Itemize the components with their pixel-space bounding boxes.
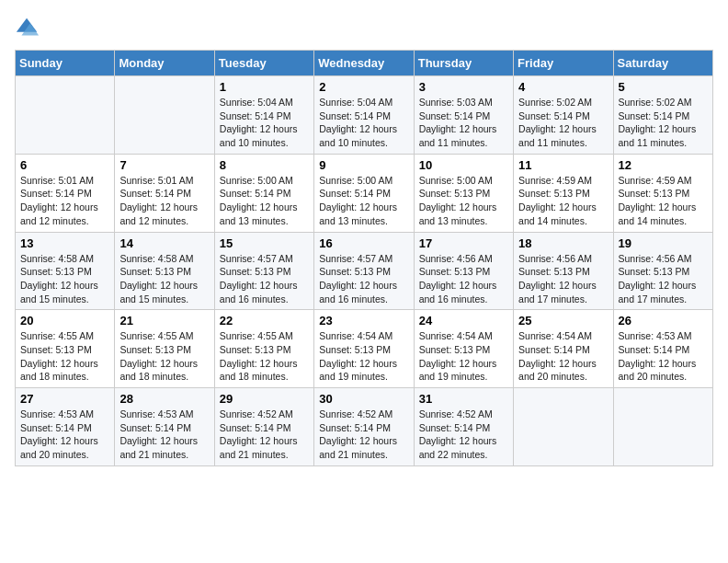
day-number: 1 — [220, 80, 309, 94]
day-info: Sunrise: 5:00 AMSunset: 5:13 PMDaylight:… — [419, 174, 508, 228]
day-number: 26 — [619, 314, 708, 327]
calendar-week-row: 20Sunrise: 4:55 AMSunset: 5:13 PMDayligh… — [16, 310, 713, 388]
day-info: Sunrise: 4:56 AMSunset: 5:13 PMDaylight:… — [419, 252, 508, 306]
day-number: 5 — [619, 80, 708, 94]
calendar-table: SundayMondayTuesdayWednesdayThursdayFrid… — [15, 50, 713, 466]
calendar-cell: 24Sunrise: 4:54 AMSunset: 5:13 PMDayligh… — [414, 310, 513, 388]
header-friday: Friday — [514, 51, 613, 76]
day-info: Sunrise: 4:53 AMSunset: 5:14 PMDaylight:… — [119, 408, 209, 462]
day-number: 25 — [518, 314, 608, 327]
calendar-cell: 30Sunrise: 4:52 AMSunset: 5:14 PMDayligh… — [314, 388, 414, 466]
calendar-header-row: SundayMondayTuesdayWednesdayThursdayFrid… — [16, 51, 713, 76]
calendar-cell: 2Sunrise: 5:04 AMSunset: 5:14 PMDaylight… — [314, 76, 414, 155]
calendar-cell: 5Sunrise: 5:02 AMSunset: 5:14 PMDaylight… — [613, 76, 712, 155]
day-number: 17 — [419, 236, 508, 250]
calendar-cell: 12Sunrise: 4:59 AMSunset: 5:13 PMDayligh… — [613, 154, 712, 232]
day-number: 30 — [319, 392, 408, 406]
calendar-cell: 13Sunrise: 4:58 AMSunset: 5:13 PMDayligh… — [16, 232, 115, 310]
calendar-cell: 14Sunrise: 4:58 AMSunset: 5:13 PMDayligh… — [115, 232, 214, 310]
calendar-cell: 21Sunrise: 4:55 AMSunset: 5:13 PMDayligh… — [115, 310, 214, 388]
calendar-cell — [613, 388, 712, 466]
calendar-cell: 16Sunrise: 4:57 AMSunset: 5:13 PMDayligh… — [314, 232, 414, 310]
day-number: 12 — [619, 158, 708, 172]
day-info: Sunrise: 4:59 AMSunset: 5:13 PMDaylight:… — [619, 174, 708, 228]
day-number: 28 — [119, 392, 209, 406]
calendar-cell: 15Sunrise: 4:57 AMSunset: 5:13 PMDayligh… — [214, 232, 313, 310]
calendar-cell: 26Sunrise: 4:53 AMSunset: 5:14 PMDayligh… — [613, 310, 712, 388]
day-info: Sunrise: 4:56 AMSunset: 5:13 PMDaylight:… — [619, 252, 708, 306]
day-number: 22 — [220, 314, 309, 327]
calendar-cell: 3Sunrise: 5:03 AMSunset: 5:14 PMDaylight… — [414, 76, 513, 155]
day-number: 24 — [419, 314, 508, 327]
day-number: 15 — [220, 236, 309, 250]
day-number: 9 — [319, 158, 408, 172]
calendar-cell — [115, 76, 214, 155]
day-number: 4 — [518, 80, 608, 94]
calendar-cell: 11Sunrise: 4:59 AMSunset: 5:13 PMDayligh… — [514, 154, 613, 232]
day-info: Sunrise: 4:57 AMSunset: 5:13 PMDaylight:… — [319, 252, 408, 306]
calendar-week-row: 27Sunrise: 4:53 AMSunset: 5:14 PMDayligh… — [16, 388, 713, 466]
day-number: 7 — [119, 158, 209, 172]
day-info: Sunrise: 5:02 AMSunset: 5:14 PMDaylight:… — [619, 96, 708, 150]
day-info: Sunrise: 4:54 AMSunset: 5:14 PMDaylight:… — [518, 329, 608, 384]
day-number: 10 — [419, 158, 508, 172]
day-info: Sunrise: 4:55 AMSunset: 5:13 PMDaylight:… — [20, 329, 109, 384]
day-number: 27 — [20, 392, 109, 406]
day-info: Sunrise: 4:52 AMSunset: 5:14 PMDaylight:… — [220, 408, 309, 462]
day-number: 21 — [119, 314, 209, 327]
header-saturday: Saturday — [613, 51, 712, 76]
day-number: 29 — [220, 392, 309, 406]
day-info: Sunrise: 5:04 AMSunset: 5:14 PMDaylight:… — [220, 96, 309, 150]
calendar-cell: 20Sunrise: 4:55 AMSunset: 5:13 PMDayligh… — [16, 310, 115, 388]
day-info: Sunrise: 4:54 AMSunset: 5:13 PMDaylight:… — [419, 329, 508, 384]
day-number: 20 — [20, 314, 109, 327]
header-tuesday: Tuesday — [214, 51, 313, 76]
day-number: 6 — [20, 158, 109, 172]
day-number: 13 — [20, 236, 109, 250]
day-number: 14 — [119, 236, 209, 250]
day-number: 19 — [619, 236, 708, 250]
calendar-cell: 18Sunrise: 4:56 AMSunset: 5:13 PMDayligh… — [514, 232, 613, 310]
day-info: Sunrise: 4:54 AMSunset: 5:13 PMDaylight:… — [319, 329, 408, 384]
page-header — [15, 15, 713, 40]
day-info: Sunrise: 4:56 AMSunset: 5:13 PMDaylight:… — [518, 252, 608, 306]
calendar-cell: 29Sunrise: 4:52 AMSunset: 5:14 PMDayligh… — [214, 388, 313, 466]
day-info: Sunrise: 4:52 AMSunset: 5:14 PMDaylight:… — [419, 408, 508, 462]
calendar-week-row: 13Sunrise: 4:58 AMSunset: 5:13 PMDayligh… — [16, 232, 713, 310]
calendar-cell: 10Sunrise: 5:00 AMSunset: 5:13 PMDayligh… — [414, 154, 513, 232]
calendar-cell: 19Sunrise: 4:56 AMSunset: 5:13 PMDayligh… — [613, 232, 712, 310]
calendar-week-row: 6Sunrise: 5:01 AMSunset: 5:14 PMDaylight… — [16, 154, 713, 232]
day-info: Sunrise: 4:57 AMSunset: 5:13 PMDaylight:… — [220, 252, 309, 306]
day-info: Sunrise: 4:59 AMSunset: 5:13 PMDaylight:… — [518, 174, 608, 228]
header-monday: Monday — [115, 51, 214, 76]
day-info: Sunrise: 5:00 AMSunset: 5:14 PMDaylight:… — [220, 174, 309, 228]
day-info: Sunrise: 5:00 AMSunset: 5:14 PMDaylight:… — [319, 174, 408, 228]
day-number: 11 — [518, 158, 608, 172]
calendar-cell: 23Sunrise: 4:54 AMSunset: 5:13 PMDayligh… — [314, 310, 414, 388]
day-info: Sunrise: 4:52 AMSunset: 5:14 PMDaylight:… — [319, 408, 408, 462]
day-number: 2 — [319, 80, 408, 94]
calendar-cell: 7Sunrise: 5:01 AMSunset: 5:14 PMDaylight… — [115, 154, 214, 232]
calendar-cell: 17Sunrise: 4:56 AMSunset: 5:13 PMDayligh… — [414, 232, 513, 310]
calendar-cell: 27Sunrise: 4:53 AMSunset: 5:14 PMDayligh… — [16, 388, 115, 466]
day-number: 3 — [419, 80, 508, 94]
day-number: 31 — [419, 392, 508, 406]
day-info: Sunrise: 5:04 AMSunset: 5:14 PMDaylight:… — [319, 96, 408, 150]
calendar-cell — [514, 388, 613, 466]
day-number: 16 — [319, 236, 408, 250]
calendar-cell: 25Sunrise: 4:54 AMSunset: 5:14 PMDayligh… — [514, 310, 613, 388]
day-info: Sunrise: 4:55 AMSunset: 5:13 PMDaylight:… — [220, 329, 309, 384]
day-number: 8 — [220, 158, 309, 172]
header-sunday: Sunday — [16, 51, 115, 76]
calendar-cell: 8Sunrise: 5:00 AMSunset: 5:14 PMDaylight… — [214, 154, 313, 232]
day-number: 18 — [518, 236, 608, 250]
day-info: Sunrise: 4:55 AMSunset: 5:13 PMDaylight:… — [119, 329, 209, 384]
logo-icon — [15, 15, 40, 40]
day-info: Sunrise: 5:01 AMSunset: 5:14 PMDaylight:… — [119, 174, 209, 228]
day-info: Sunrise: 5:03 AMSunset: 5:14 PMDaylight:… — [419, 96, 508, 150]
calendar-cell: 1Sunrise: 5:04 AMSunset: 5:14 PMDaylight… — [214, 76, 313, 155]
day-info: Sunrise: 4:53 AMSunset: 5:14 PMDaylight:… — [619, 329, 708, 384]
header-wednesday: Wednesday — [314, 51, 414, 76]
calendar-cell: 28Sunrise: 4:53 AMSunset: 5:14 PMDayligh… — [115, 388, 214, 466]
calendar-week-row: 1Sunrise: 5:04 AMSunset: 5:14 PMDaylight… — [16, 76, 713, 155]
